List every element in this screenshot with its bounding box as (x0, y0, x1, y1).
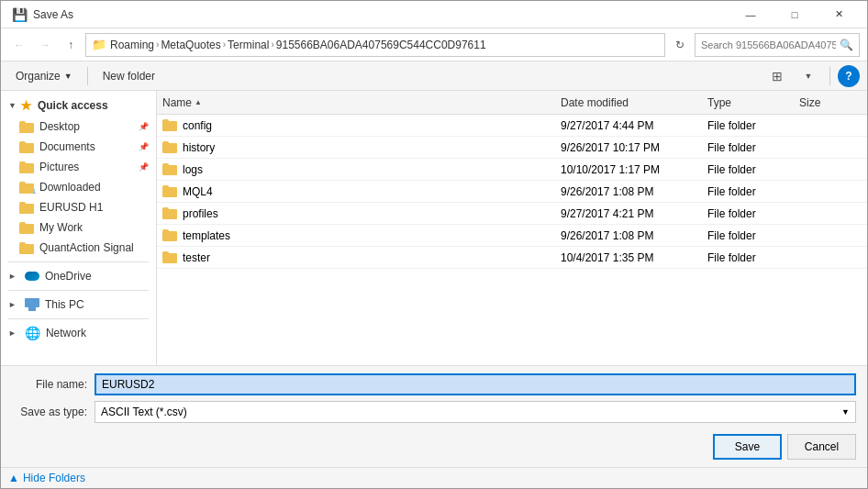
back-button[interactable]: ← (8, 34, 30, 56)
hide-folders-label: Hide Folders (23, 472, 85, 484)
organize-chevron-icon: ▼ (64, 72, 72, 81)
sidebar-item-documents-label: Documents (39, 140, 95, 153)
row-date: 9/26/2017 1:08 PM (555, 229, 702, 242)
col-header-size[interactable]: Size (794, 96, 867, 109)
forward-button[interactable]: → (34, 34, 56, 56)
col-header-date[interactable]: Date modified (555, 96, 702, 109)
new-folder-button[interactable]: New folder (95, 64, 162, 88)
organize-label: Organize (16, 70, 61, 83)
close-button[interactable]: ✕ (818, 1, 860, 28)
help-button[interactable]: ? (838, 65, 860, 87)
onedrive-icon (25, 272, 39, 281)
sidebar-item-network[interactable]: ► 🌐 Network (1, 323, 156, 343)
search-box[interactable]: 🔍 (695, 33, 860, 57)
save-as-type-row: Save as type: ASCII Text (*.csv) ▼ (12, 401, 856, 423)
sidebar-item-quantaction-label: QuantAction Signal (39, 241, 134, 254)
sidebar-item-eurusd[interactable]: EURUSD H1 (1, 197, 156, 217)
network-icon: 🌐 (25, 326, 40, 340)
save-button[interactable]: Save (713, 434, 782, 460)
row-folder-icon (162, 163, 177, 175)
row-date: 9/27/2017 4:44 PM (555, 119, 702, 132)
row-date: 9/27/2017 4:21 PM (555, 207, 702, 220)
toolbar: Organize ▼ New folder ⊞ ▼ ? (1, 61, 867, 91)
table-row[interactable]: config 9/27/2017 4:44 PM File folder (157, 115, 867, 137)
search-input[interactable] (701, 39, 836, 50)
sidebar-item-thispc-label: This PC (45, 298, 84, 311)
toolbar-separator-2 (829, 67, 830, 85)
sidebar-quick-access[interactable]: ▼ ★ Quick access (1, 94, 156, 117)
table-row[interactable]: logs 10/10/2017 1:17 PM File folder (157, 159, 867, 181)
sidebar-item-desktop-label: Desktop (39, 120, 80, 133)
address-folder-icon: 📁 (92, 38, 106, 51)
view-dropdown-button[interactable]: ▼ (795, 65, 822, 87)
minimize-button[interactable]: — (729, 1, 772, 28)
file-rows-container: config 9/27/2017 4:44 PM File folder his… (157, 115, 867, 269)
file-list: Name ▲ Date modified Type Size (157, 91, 867, 365)
sidebar-item-network-label: Network (46, 327, 86, 339)
address-bar: ← → ↑ 📁 Roaming › MetaQuotes › Terminal … (1, 28, 867, 61)
row-folder-icon (162, 185, 177, 197)
quick-access-star-icon: ★ (19, 98, 34, 113)
cancel-button[interactable]: Cancel (787, 434, 856, 460)
save-as-type-label: Save as type: (12, 406, 95, 418)
sidebar-item-quantaction[interactable]: QuantAction Signal (1, 238, 156, 258)
path-roaming: Roaming (110, 39, 154, 51)
row-name: templates (183, 229, 230, 242)
row-name: config (183, 119, 212, 132)
up-button[interactable]: ↑ (60, 34, 82, 56)
col-header-type[interactable]: Type (702, 96, 794, 109)
view-button[interactable]: ⊞ (763, 65, 791, 87)
sidebar-item-pictures[interactable]: Pictures 📌 (1, 157, 156, 177)
network-chevron-icon: ► (8, 328, 17, 338)
row-date: 9/26/2017 1:08 PM (555, 185, 702, 198)
table-row[interactable]: history 9/26/2017 10:17 PM File folder (157, 137, 867, 159)
table-row[interactable]: tester 10/4/2017 1:35 PM File folder (157, 247, 867, 269)
eurusd-folder-icon (19, 202, 34, 214)
row-type: File folder (702, 141, 794, 154)
mywork-folder-icon (19, 222, 34, 234)
table-row[interactable]: profiles 9/27/2017 4:21 PM File folder (157, 203, 867, 225)
address-path[interactable]: 📁 Roaming › MetaQuotes › Terminal › 9155… (85, 33, 665, 57)
name-sort-icon: ▲ (195, 98, 202, 106)
sidebar-item-thispc[interactable]: ► This PC (1, 295, 156, 315)
sidebar-item-pictures-label: Pictures (39, 161, 79, 173)
refresh-button[interactable]: ↻ (669, 34, 691, 56)
documents-folder-icon (19, 141, 34, 153)
sidebar-item-documents[interactable]: Documents 📌 (1, 137, 156, 157)
save-as-type-select[interactable]: ASCII Text (*.csv) ▼ (95, 401, 856, 423)
organize-button[interactable]: Organize ▼ (8, 64, 80, 88)
row-date: 10/10/2017 1:17 PM (555, 163, 702, 176)
row-type: File folder (702, 207, 794, 220)
col-header-name[interactable]: Name ▲ (157, 96, 555, 109)
path-metaquotes: MetaQuotes (161, 39, 220, 51)
row-name: MQL4 (183, 185, 213, 198)
row-type: File folder (702, 251, 794, 264)
quick-access-label: Quick access (38, 99, 108, 112)
maximize-button[interactable]: □ (773, 1, 816, 28)
sidebar-item-downloaded[interactable]: ↓ Downloaded (1, 177, 156, 197)
sidebar-item-mywork[interactable]: My Work (1, 217, 156, 238)
pictures-pin-icon: 📌 (139, 162, 149, 172)
row-folder-icon (162, 207, 177, 219)
hide-folders-button[interactable]: ▲ Hide Folders (1, 467, 867, 488)
row-name: profiles (183, 207, 218, 220)
table-row[interactable]: MQL4 9/26/2017 1:08 PM File folder (157, 181, 867, 203)
desktop-pin-icon: 📌 (139, 122, 149, 131)
toolbar-separator (87, 67, 88, 85)
sidebar-item-desktop[interactable]: Desktop 📌 (1, 117, 156, 137)
row-name: logs (183, 163, 203, 176)
footer: File name: Save as type: ASCII Text (*.c… (1, 365, 867, 467)
main-content: ▼ ★ Quick access Desktop 📌 Documents 📌 P… (1, 91, 867, 365)
table-row[interactable]: templates 9/26/2017 1:08 PM File folder (157, 225, 867, 247)
sidebar-item-onedrive[interactable]: ► OneDrive (1, 266, 156, 286)
path-terminal: Terminal (228, 39, 269, 51)
thispc-chevron-icon: ► (8, 300, 17, 309)
row-folder-icon (162, 229, 177, 241)
row-folder-icon (162, 251, 177, 263)
onedrive-chevron-icon: ► (8, 272, 17, 281)
file-name-input[interactable] (95, 373, 856, 395)
downloaded-folder-icon: ↓ (19, 180, 34, 194)
row-type: File folder (702, 163, 794, 176)
footer-buttons: Save Cancel (12, 428, 856, 460)
row-name: tester (183, 251, 210, 264)
